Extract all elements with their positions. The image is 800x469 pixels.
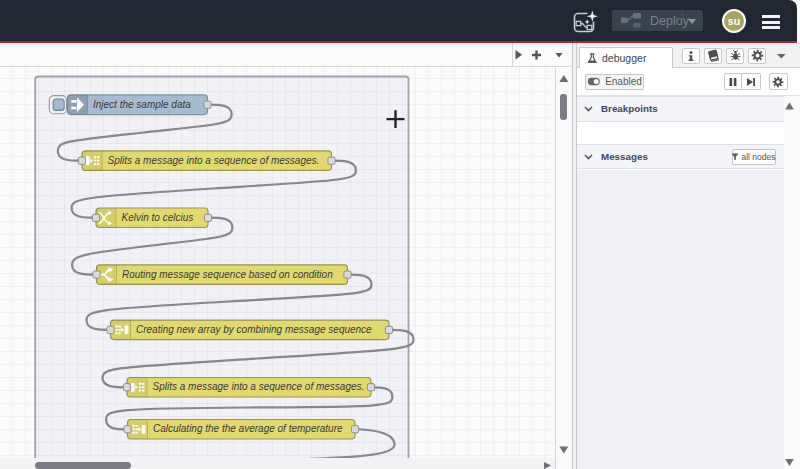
svg-text:Calculating the the average of: Calculating the the average of temperatu… — [153, 423, 343, 434]
svg-text:Inject the sample data: Inject the sample data — [93, 98, 191, 109]
svg-text:Routing message sequence based: Routing message sequence based on condit… — [122, 268, 333, 279]
svg-text:Splits a message into a sequen: Splits a message into a sequence of mess… — [153, 381, 365, 392]
svg-text:Kelvin to celcius: Kelvin to celcius — [122, 211, 194, 222]
svg-text:Creating new array by combinin: Creating new array by combining message … — [136, 324, 372, 335]
svg-text:Splits a message into a sequen: Splits a message into a sequence of mess… — [108, 154, 320, 165]
